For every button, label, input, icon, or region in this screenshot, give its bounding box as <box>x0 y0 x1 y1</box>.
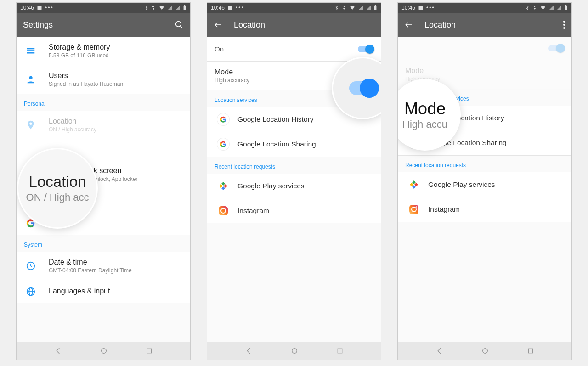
svg-line-5 <box>181 26 183 28</box>
navbar <box>207 342 381 360</box>
phone-location-toggle: 10:46 ••• Location On Mode High accuracy… <box>207 2 381 360</box>
navbar <box>17 342 190 360</box>
datetime-title: Date & time <box>49 258 183 266</box>
instagram-label: Instagram <box>237 207 269 215</box>
storage-sub: 5.53 GB of 116 GB used <box>49 52 183 59</box>
svg-point-30 <box>563 21 565 23</box>
status-time: 10:46 <box>20 5 34 11</box>
row-instagram[interactable]: Instagram <box>207 198 381 223</box>
svg-point-31 <box>563 24 565 26</box>
back-icon[interactable] <box>214 20 223 29</box>
nav-home-icon[interactable] <box>290 347 299 355</box>
wifi-icon <box>158 5 165 11</box>
nav-home-icon[interactable] <box>100 347 108 355</box>
globe-icon <box>26 287 36 297</box>
callout-toggle-thumb <box>360 79 379 98</box>
signal-icon <box>167 5 173 11</box>
callout-location-title: Location <box>29 173 86 191</box>
row-instagram[interactable]: Instagram <box>398 197 571 222</box>
battery-icon <box>183 5 187 11</box>
row-storage[interactable]: Storage & memory 5.53 GB of 116 GB used <box>17 37 190 65</box>
nav-recent-icon[interactable] <box>146 347 153 355</box>
on-row <box>398 37 571 60</box>
svg-rect-3 <box>184 5 185 6</box>
nav-back-icon[interactable] <box>435 347 444 355</box>
datetime-sub: GMT-04:00 Eastern Daylight Time <box>49 267 183 274</box>
nav-recent-icon[interactable] <box>527 347 534 355</box>
battery-icon <box>564 5 568 11</box>
svg-rect-37 <box>528 349 532 353</box>
row-play-services[interactable]: Google Play services <box>207 174 381 198</box>
location-content: On Mode High accuracy Location services … <box>207 37 381 342</box>
phone-location-mode: 10:46 ••• Location Mode High accuracy x <box>397 2 572 360</box>
appbar-title: Location <box>424 20 456 30</box>
phone-settings: 10:46 ••• Settings Storage & memory 5.53… <box>16 2 191 360</box>
callout-mode-title: Mode <box>404 99 446 118</box>
back-icon[interactable] <box>404 20 413 29</box>
location-icon <box>26 120 36 130</box>
languages-title: Languages & input <box>49 287 183 295</box>
svg-rect-21 <box>375 5 376 6</box>
svg-rect-28 <box>565 6 567 10</box>
appbar: Settings <box>17 13 190 37</box>
signal2-icon <box>556 5 562 11</box>
svg-point-32 <box>563 27 565 29</box>
location-toggle[interactable] <box>548 45 564 51</box>
svg-point-17 <box>102 349 107 354</box>
mute-icon <box>341 5 347 11</box>
svg-rect-22 <box>219 206 228 215</box>
instagram-icon <box>217 205 229 217</box>
row-datetime[interactable]: Date & time GMT-04:00 Eastern Daylight T… <box>17 252 190 280</box>
recent-header: Recent location requests <box>398 156 571 172</box>
nav-recent-icon[interactable] <box>336 347 344 355</box>
callout-location: Location ON / High acc <box>18 149 96 227</box>
row-play-services[interactable]: Google Play services <box>398 172 571 197</box>
wifi-icon <box>540 5 546 11</box>
bluetooth-icon <box>144 5 148 11</box>
svg-rect-2 <box>184 6 186 10</box>
nav-home-icon[interactable] <box>481 347 489 355</box>
row-users[interactable]: Users Signed in as Hayato Huseman <box>17 65 190 94</box>
search-icon[interactable] <box>175 20 184 29</box>
more-icon: ••• <box>45 5 54 11</box>
svg-rect-33 <box>409 205 418 214</box>
recent-header: Recent location requests <box>207 157 381 174</box>
appbar-title: Settings <box>23 20 53 30</box>
location-content: Mode High accuracy xLocation services Go… <box>398 37 571 342</box>
system-header: System <box>17 235 190 252</box>
svg-rect-26 <box>338 349 342 353</box>
image-icon <box>418 5 424 11</box>
nav-back-icon[interactable] <box>245 347 253 355</box>
appbar: Location <box>398 13 571 37</box>
overflow-icon[interactable] <box>563 21 565 29</box>
svg-rect-6 <box>27 48 35 50</box>
svg-point-35 <box>416 206 417 208</box>
play-services-icon <box>408 179 420 191</box>
status-bar: 10:46 ••• <box>207 3 381 13</box>
row-location-sharing[interactable]: Google Location Sharing <box>207 132 381 157</box>
svg-rect-29 <box>565 5 566 6</box>
play-services-icon <box>217 180 229 192</box>
users-title: Users <box>49 72 183 80</box>
status-bar: 10:46 ••• <box>17 3 190 13</box>
mute-icon <box>532 5 537 11</box>
location-toggle[interactable] <box>358 46 373 52</box>
appbar: Location <box>207 13 381 37</box>
nav-back-icon[interactable] <box>54 347 62 355</box>
callout-location-sub: ON / High acc <box>26 191 89 203</box>
svg-rect-27 <box>419 6 423 10</box>
instagram-icon <box>408 203 420 215</box>
mute-icon <box>151 5 156 11</box>
instagram-label: Instagram <box>428 205 460 214</box>
appbar-title: Location <box>234 20 265 30</box>
svg-point-24 <box>225 208 226 209</box>
signal2-icon <box>366 5 371 11</box>
signal-icon <box>548 5 554 11</box>
row-location[interactable]: Location ON / High accuracy <box>17 111 190 139</box>
svg-rect-19 <box>228 6 232 10</box>
clock-icon <box>26 261 36 271</box>
image-icon <box>37 5 42 11</box>
more-icon: ••• <box>236 5 244 11</box>
status-time: 10:46 <box>401 5 415 11</box>
row-languages[interactable]: Languages & input <box>17 280 190 303</box>
